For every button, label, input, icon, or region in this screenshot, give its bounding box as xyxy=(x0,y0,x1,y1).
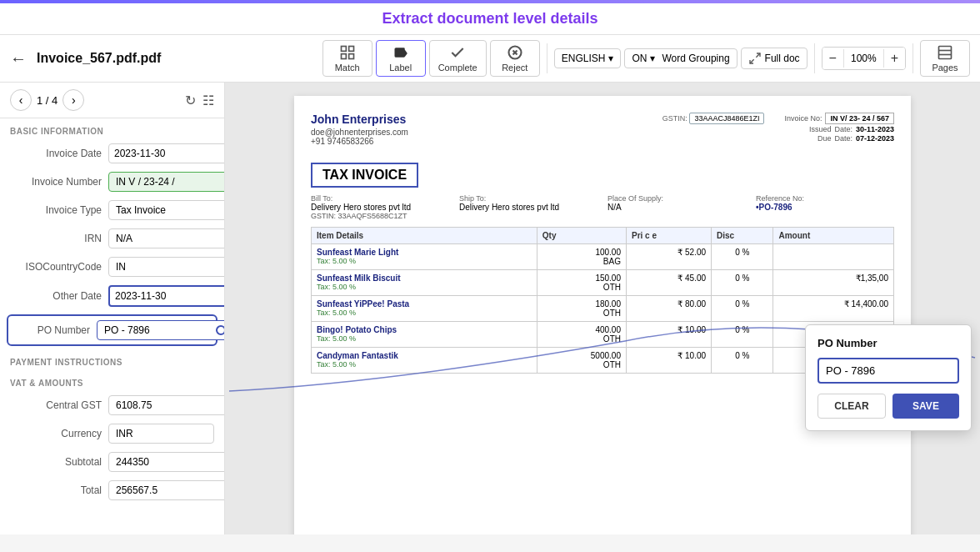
label-label: Label xyxy=(389,63,412,73)
settings-icon[interactable]: ☷ xyxy=(202,93,214,108)
item-qty: 400.00 OTH xyxy=(537,322,626,348)
col-item-details: Item Details xyxy=(312,228,538,244)
save-button[interactable]: SAVE xyxy=(892,394,959,419)
table-row: Sunfeast Marie Light Tax: 5.00 % 100.00 … xyxy=(312,244,894,270)
item-amount xyxy=(773,244,894,270)
clear-button[interactable]: CLEAR xyxy=(818,394,886,419)
next-page-button[interactable]: › xyxy=(62,89,84,111)
bill-to-name: Delivery Hero stores pvt ltd xyxy=(311,203,449,212)
item-disc: 0 % xyxy=(712,296,773,322)
item-tax: Tax: 5.00 % xyxy=(317,334,532,343)
word-grouping-value: ON xyxy=(632,53,647,64)
currency-row: Currency INR USD EUR xyxy=(0,419,224,448)
svg-rect-3 xyxy=(348,54,353,59)
irn-input[interactable] xyxy=(108,228,225,248)
ref-no-value: •PO-7896 xyxy=(756,203,894,212)
po-number-row: PO Number xyxy=(7,314,218,346)
subtotal-input[interactable] xyxy=(108,452,225,472)
word-grouping-label: Word Grouping xyxy=(662,53,729,64)
invoice-number-input[interactable] xyxy=(108,172,225,192)
main-layout: ‹ 1 / 4 › ↻ ☷ BASIC INFORMATION Invoice … xyxy=(0,83,980,534)
word-grouping-select[interactable]: ON ▾ Word Grouping xyxy=(624,48,737,68)
prev-page-button[interactable]: ‹ xyxy=(10,89,32,111)
iso-label: ISOCountryCode xyxy=(10,261,102,273)
item-price: ₹ 10.00 xyxy=(626,348,711,374)
invoice-type-input[interactable] xyxy=(108,200,225,220)
page-title: Extract document level details xyxy=(0,10,980,28)
svg-line-7 xyxy=(756,53,760,58)
invoice-no-row: Invoice No: IN V/ 23- 24 / 567 xyxy=(784,113,894,124)
complete-label: Complete xyxy=(438,63,478,73)
zoom-value: 100% xyxy=(843,49,884,68)
po-popup-buttons: CLEAR SAVE xyxy=(818,394,959,419)
gstin-value: 33AAACJ8486E1ZI xyxy=(689,113,764,124)
item-price: ₹ 52.00 xyxy=(626,244,711,270)
table-row: Sunfeast YiPPee! Pasta Tax: 5.00 % 180.0… xyxy=(312,296,894,322)
ship-to-label: Ship To: xyxy=(459,194,598,203)
due-value: 07-12-2023 xyxy=(856,134,894,143)
item-name: Sunfeast YiPPee! Pasta xyxy=(317,299,532,309)
currency-select[interactable]: INR USD EUR xyxy=(108,424,214,444)
language-select[interactable]: ENGLISH ▾ xyxy=(554,48,622,68)
place-col: Place Of Supply: N/A xyxy=(608,194,746,220)
item-qty: 5000.00 OTH xyxy=(537,348,626,374)
nav-icons: ↻ ☷ xyxy=(185,93,214,108)
svg-rect-1 xyxy=(348,47,353,52)
left-panel: ‹ 1 / 4 › ↻ ☷ BASIC INFORMATION Invoice … xyxy=(0,83,225,534)
due-date-row: Due Date: 07-12-2023 xyxy=(818,134,894,143)
invoice-date-input[interactable] xyxy=(109,144,225,163)
central-gst-input[interactable] xyxy=(108,395,225,415)
table-row: Sunfeast Milk Biscuit Tax: 5.00 % 150.00… xyxy=(312,270,894,296)
company-name: John Enterprises xyxy=(311,113,408,126)
po-number-input[interactable] xyxy=(97,320,225,340)
invoice-date-input-wrapper[interactable]: 📅 xyxy=(108,143,225,163)
back-button[interactable]: ← xyxy=(10,49,27,68)
item-disc: 0 % xyxy=(712,244,773,270)
section-vat-label: VAT & AMOUNTS xyxy=(0,370,224,391)
match-tool-button[interactable]: Match xyxy=(322,40,372,77)
company-phone: +91 9746583266 xyxy=(311,137,408,146)
tax-invoice-title: TAX INVOICE xyxy=(311,163,418,188)
iso-input[interactable] xyxy=(108,257,225,277)
page-navigation: ‹ 1 / 4 › ↻ ☷ xyxy=(0,83,224,118)
refresh-icon[interactable]: ↻ xyxy=(185,93,196,108)
po-number-label: PO Number xyxy=(15,324,90,336)
item-disc: 0 % xyxy=(712,348,773,374)
fulldoc-select[interactable]: Full doc xyxy=(741,48,808,69)
other-date-input[interactable] xyxy=(110,287,225,305)
separator-1 xyxy=(547,43,548,73)
place-value: N/A xyxy=(608,203,746,212)
reject-tool-button[interactable]: Reject xyxy=(490,40,540,77)
total-label: Total xyxy=(10,484,102,496)
ref-no-col: Reference No: •PO-7896 xyxy=(756,194,894,220)
col-price: Pri c e xyxy=(626,228,711,244)
po-popup-input[interactable] xyxy=(818,358,959,384)
subtotal-row: Subtotal xyxy=(0,448,224,476)
iso-row: ISOCountryCode xyxy=(0,253,224,281)
other-date-input-wrapper[interactable]: 📅 xyxy=(108,285,225,307)
company-email: doe@johnenterprises.com xyxy=(311,128,408,137)
irn-label: IRN xyxy=(10,233,102,244)
label-tool-button[interactable]: Label xyxy=(376,40,426,77)
section-payment-label: PAYMENT INSTRUCTIONS xyxy=(0,349,224,370)
total-input[interactable] xyxy=(108,480,225,500)
svg-rect-9 xyxy=(939,47,952,59)
subtotal-label: Subtotal xyxy=(10,456,102,468)
item-name: Candyman Fantastik xyxy=(317,351,532,360)
document-panel: John Enterprises doe@johnenterprises.com… xyxy=(225,83,980,534)
zoom-out-button[interactable]: − xyxy=(822,48,843,69)
page-nav-center: ‹ 1 / 4 › xyxy=(10,89,84,111)
document-page: John Enterprises doe@johnenterprises.com… xyxy=(294,96,911,534)
bill-ship-row: Bill To: Delivery Hero stores pvt ltd GS… xyxy=(311,194,894,220)
invoice-date-row: Invoice Date 📅 xyxy=(0,139,224,168)
complete-tool-button[interactable]: Complete xyxy=(429,40,487,77)
pages-label: Pages xyxy=(932,63,958,73)
item-qty: 150.00 OTH xyxy=(537,270,626,296)
doc-header: John Enterprises doe@johnenterprises.com… xyxy=(311,113,894,146)
item-price: ₹ 80.00 xyxy=(626,296,711,322)
file-title: Invoice_567.pdf.pdf xyxy=(37,51,161,66)
zoom-in-button[interactable]: + xyxy=(884,48,905,69)
pages-button[interactable]: Pages xyxy=(920,40,970,77)
item-tax: Tax: 5.00 % xyxy=(317,283,532,291)
fulldoc-label: Full doc xyxy=(765,53,800,64)
